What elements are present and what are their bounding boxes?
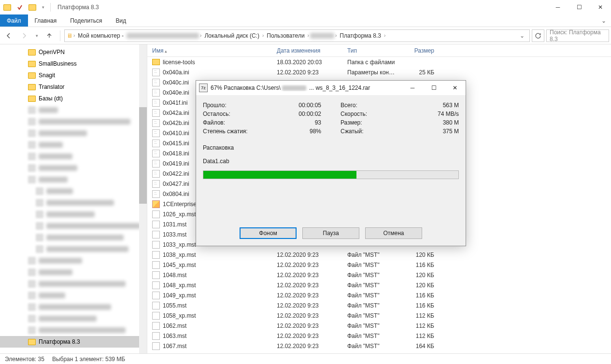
label-total: Всего:: [341, 102, 443, 109]
maximize-button[interactable]: ☐: [568, 0, 590, 14]
file-icon: [152, 200, 160, 208]
tree-item-blurred[interactable]: [0, 104, 147, 116]
col-name[interactable]: Имя: [147, 47, 272, 54]
file-row[interactable]: 1058_xp.mst12.02.2020 9:23Файл "MST"112 …: [147, 310, 611, 321]
tree-item-blurred[interactable]: [0, 197, 147, 209]
file-type: Файл "MST": [342, 262, 400, 268]
breadcrumb[interactable]: 🖥 › Мой компьютер - › Локальный диск (C:…: [64, 29, 530, 42]
file-icon: [152, 302, 160, 309]
tree-item[interactable]: OpenVPN: [0, 46, 147, 58]
tree-item-blurred[interactable]: [0, 278, 147, 290]
tree-item-selected[interactable]: Платформа 8.3: [0, 336, 147, 348]
file-name: 0x0419.ini: [163, 160, 189, 167]
file-type: Файл "MST": [342, 333, 400, 339]
file-row[interactable]: license-tools18.03.2020 20:03Папка с фай…: [147, 57, 611, 67]
label-speed: Скорость:: [341, 111, 438, 117]
tree-item-blurred[interactable]: [0, 220, 147, 232]
refresh-button[interactable]: [532, 29, 544, 42]
cancel-button[interactable]: Отмена: [365, 227, 422, 239]
tree-item-blurred[interactable]: [0, 266, 147, 278]
tree-item-blurred[interactable]: [0, 324, 147, 336]
nav-tree[interactable]: OpenVPNSmallBusinessSnagitTranslatorБазы…: [0, 44, 147, 353]
col-type[interactable]: Тип: [342, 47, 400, 54]
tree-item-blurred[interactable]: [0, 255, 147, 266]
qat-dropdown-icon[interactable]: ▾: [40, 2, 46, 13]
tree-scrollbar[interactable]: [139, 44, 147, 353]
file-name: 0x041f.ini: [163, 99, 187, 106]
tree-item[interactable]: SmallBusiness: [0, 58, 147, 70]
file-row[interactable]: 1045_xp.mst12.02.2020 9:23Файл "MST"116 …: [147, 260, 611, 270]
nav-back-button[interactable]: [2, 29, 15, 42]
background-button[interactable]: Фоном: [240, 227, 297, 239]
breadcrumb-c[interactable]: Локальный диск (C:): [202, 32, 261, 39]
file-row[interactable]: 1062.mst12.02.2020 9:23Файл "MST"112 КБ: [147, 321, 611, 331]
tree-item-blurred[interactable]: [0, 301, 147, 313]
tree-item-blurred[interactable]: [0, 313, 147, 324]
breadcrumb-pc-icon[interactable]: 🖥: [67, 32, 72, 39]
file-name: 1033.mst: [163, 231, 186, 238]
tree-item-blurred[interactable]: [0, 139, 147, 151]
file-name: 1033_xp.mst: [163, 241, 196, 248]
tree-item-blurred[interactable]: [0, 209, 147, 220]
pause-button[interactable]: Пауза: [302, 227, 359, 239]
tree-label: Базы (dt): [39, 95, 63, 102]
nav-forward-button[interactable]: [17, 29, 31, 42]
ribbon-expand-icon[interactable]: ⌄: [597, 14, 611, 27]
file-name: license-tools: [163, 59, 195, 66]
dialog-titlebar[interactable]: 7z 67% Распаковка C:\Users\ ... ws_8_3_1…: [196, 81, 466, 95]
file-row[interactable]: 0x040a.ini12.02.2020 9:23Параметры конф.…: [147, 67, 611, 77]
qat-properties-icon[interactable]: [14, 2, 25, 13]
dialog-close-button[interactable]: ✕: [444, 81, 466, 95]
dialog-minimize-button[interactable]: ─: [402, 81, 423, 95]
file-icon: [152, 221, 160, 228]
file-row[interactable]: 1063.mst12.02.2020 9:23Файл "MST"112 КБ: [147, 331, 611, 341]
explorer-icon: [2, 2, 13, 13]
breadcrumb-last[interactable]: Платформа 8.3: [338, 32, 383, 39]
file-icon: [152, 271, 160, 279]
tree-item-blurred[interactable]: [0, 243, 147, 255]
minimize-button[interactable]: ─: [547, 0, 568, 14]
tree-item-blurred[interactable]: [0, 151, 147, 162]
tree-item-blurred[interactable]: [0, 185, 147, 197]
ribbon-tab-share[interactable]: Поделиться: [63, 14, 109, 27]
nav-up-button[interactable]: [43, 29, 56, 42]
tree-item-blurred[interactable]: [0, 174, 147, 185]
file-size: 116 КБ: [400, 262, 439, 268]
col-date[interactable]: Дата изменения: [272, 47, 342, 54]
file-icon: [152, 69, 160, 76]
ribbon-tab-file[interactable]: Файл: [0, 14, 28, 27]
breadcrumb-pc[interactable]: Мой компьютер -: [76, 32, 126, 39]
breadcrumb-users[interactable]: Пользователи: [265, 32, 306, 39]
tree-item-blurred[interactable]: [0, 232, 147, 243]
file-name: 1055.mst: [163, 302, 186, 309]
file-row[interactable]: 1048.mst12.02.2020 9:23Файл "MST"120 КБ: [147, 270, 611, 280]
file-row[interactable]: 1048_xp.mst12.02.2020 9:23Файл "MST"120 …: [147, 280, 611, 290]
tree-item-blurred[interactable]: [0, 162, 147, 174]
tree-item[interactable]: Translator: [0, 81, 147, 93]
file-size: 120 КБ: [400, 272, 439, 279]
file-icon: [152, 292, 160, 299]
file-size: 112 КБ: [400, 312, 439, 319]
close-button[interactable]: ✕: [590, 0, 611, 14]
dialog-maximize-button[interactable]: ☐: [423, 81, 444, 95]
breadcrumb-dropdown-icon[interactable]: ⌄: [517, 32, 527, 39]
ribbon-tab-home[interactable]: Главная: [28, 14, 64, 27]
file-row[interactable]: 1055.mst12.02.2020 9:23Файл "MST"116 КБ: [147, 300, 611, 310]
tree-item-blurred[interactable]: [0, 290, 147, 301]
nav-history-dropdown[interactable]: ▾: [33, 29, 41, 42]
tree-item[interactable]: Базы (dt): [0, 93, 147, 104]
file-date: 12.02.2020 9:23: [272, 322, 342, 329]
ribbon: Файл Главная Поделиться Вид ⌄: [0, 14, 611, 27]
file-row[interactable]: 1049_xp.mst12.02.2020 9:23Файл "MST"116 …: [147, 290, 611, 300]
file-icon: [152, 281, 160, 289]
tree-item-blurred[interactable]: [0, 127, 147, 139]
tree-item-blurred[interactable]: [0, 116, 147, 127]
col-size[interactable]: Размер: [400, 47, 439, 54]
tree-item[interactable]: Snagit: [0, 70, 147, 81]
file-row[interactable]: 1067.mst12.02.2020 9:23Файл "MST"164 КБ: [147, 341, 611, 351]
file-icon: [152, 261, 160, 269]
file-size: 116 КБ: [400, 292, 439, 299]
file-row[interactable]: 1038_xp.mst12.02.2020 9:23Файл "MST"120 …: [147, 250, 611, 260]
search-input[interactable]: Поиск: Платформа 8.3: [546, 29, 609, 42]
ribbon-tab-view[interactable]: Вид: [109, 14, 133, 27]
